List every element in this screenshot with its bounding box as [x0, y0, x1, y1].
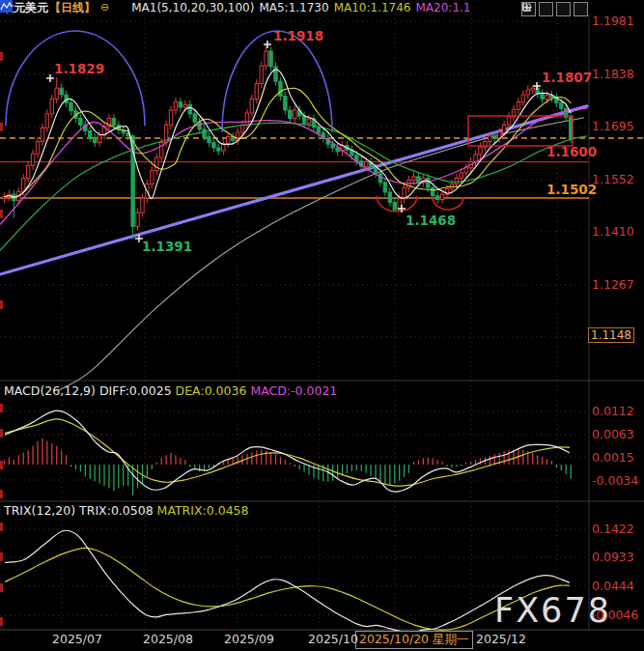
level-label-1502: 1.1502	[546, 182, 597, 197]
x-axis-label: 2025/07	[52, 632, 102, 646]
annotation-peak-2: 1.1918	[273, 28, 323, 43]
matrix-value: MATRIX:0.0458	[157, 503, 249, 518]
collapse-icon[interactable]: ⊖	[100, 1, 109, 14]
crosshair-date-label: 2025/10/20 星期一	[355, 631, 473, 649]
ma5-value: MA5:1.1730	[259, 1, 328, 14]
x-axis-label: 2025/09	[224, 632, 274, 646]
toolbar-buttons	[521, 2, 588, 16]
trix-axis-tick: 0.1422	[592, 522, 634, 536]
trix-params: TRIX(12,20)	[4, 503, 75, 518]
grid-layer	[0, 14, 644, 630]
macd-params: MACD(26,12,9)	[4, 383, 96, 398]
macd-axis-tick: 0.0015	[592, 450, 634, 465]
level-label-1600: 1.1600	[546, 144, 597, 159]
trix-header: TRIX(12,20) TRIX:0.0508 MATRIX:0.0458	[4, 503, 249, 518]
macd-value: MACD:-0.0021	[250, 383, 337, 398]
ma100-line	[58, 118, 584, 391]
ma20-value: MA20:1.1	[416, 1, 471, 14]
price-axis-tick: 1.1695	[592, 119, 634, 133]
ma-settings-label[interactable]: MA1(5,10,20,30,100)	[131, 1, 254, 14]
trix-line	[5, 530, 570, 633]
chart-canvas[interactable]	[0, 0, 644, 651]
annotation-peak-1: 1.1829	[54, 61, 104, 76]
trix-axis-tick: -0.0046	[592, 608, 638, 622]
trix-axis-tick: 0.0933	[592, 550, 634, 564]
price-axis-tick: 1.1410	[592, 224, 634, 239]
macd-diff-value: DIFF:0.0025	[99, 383, 172, 398]
macd-diff-line	[5, 410, 570, 492]
annotation-low-1: 1.1391	[142, 239, 192, 254]
macd-dea-value: DEA:0.0036	[176, 383, 247, 398]
price-axis-tick: 1.1981	[592, 14, 634, 28]
price-axis-tick: 1.1267	[592, 277, 634, 292]
price-axis-tick: 1.1838	[592, 67, 634, 81]
x-axis-label: 2025/08	[143, 632, 193, 646]
trix-axis-tick: 0.0444	[592, 579, 634, 593]
macd-axis-tick: 0.0112	[592, 404, 634, 418]
annotation-peak-3: 1.1807	[542, 70, 592, 85]
macd-axis-tick: -0.0034	[592, 473, 638, 488]
trading-chart-window: 欧元美元 【日线】 ⊖ MA1(5,10,20,30,100) MA5:1.17…	[0, 0, 644, 651]
price-axis-tick: 1.1552	[592, 172, 634, 186]
ma10-value: MA10:1.1746	[334, 1, 411, 14]
zoom-out-axis-button[interactable]	[556, 2, 571, 16]
macd-axis-tick: 0.0063	[592, 427, 634, 441]
period-label[interactable]: 【日线】	[49, 1, 96, 14]
x-axis-label: 2025/12	[476, 632, 526, 646]
indicator-chart-icon[interactable]	[114, 1, 126, 14]
trix-matrix-line	[5, 548, 570, 630]
x-axis-label: 2025/10	[308, 632, 358, 646]
trix-value: TRIX:0.0508	[79, 503, 154, 518]
ma20-line	[0, 108, 587, 224]
crosshair-price-label: 1.1148	[588, 327, 634, 343]
zoom-in-axis-button[interactable]	[539, 2, 553, 16]
annotation-low-2: 1.1468	[406, 212, 456, 228]
macd-header: MACD(26,12,9) DIFF:0.0025 DEA:0.0036 MAC…	[4, 383, 337, 398]
exit-fullscreen-button[interactable]	[574, 2, 588, 16]
